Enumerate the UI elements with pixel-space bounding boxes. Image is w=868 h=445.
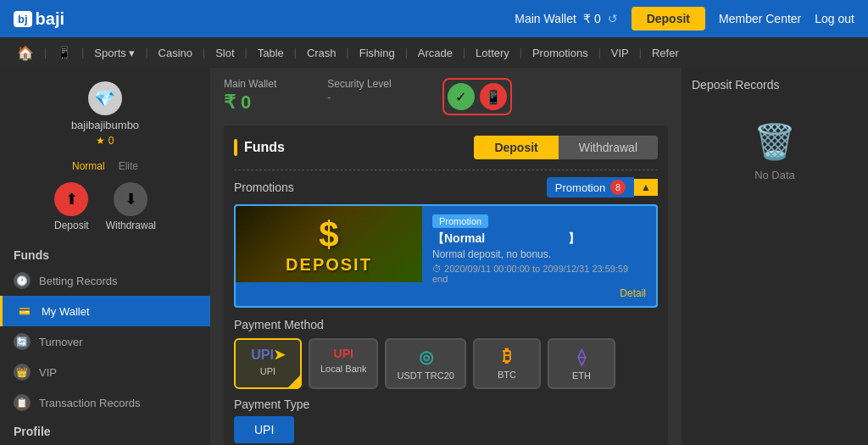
promo-content: Promotion 【Normal 】 Normal deposit, no b… [422,206,656,306]
refresh-icon[interactable]: ↺ [608,12,618,25]
member-center-link[interactable]: Member Center [719,12,801,25]
sidebar-item-betting-records[interactable]: 🕐 Betting Records [0,265,210,296]
local-bank-icon: UPI [334,347,353,360]
nav-vip[interactable]: VIP [601,37,639,68]
deposit-action-button[interactable]: ⬆ Deposit [54,182,89,231]
promotions-label: Promotions [234,181,294,194]
sidebar-item-turnover[interactable]: 🔄 Turnover [0,326,210,357]
payment-type-upi-button[interactable]: UPI [234,416,294,443]
payment-method-upi[interactable]: UPI➤ UPI [234,338,302,389]
betting-records-label: Betting Records [39,275,118,287]
nav-lottery[interactable]: Lottery [465,37,520,68]
funds-section: Funds Deposit Withdrawal Promotions Prom… [224,125,668,445]
upi-logo-icon: UPI➤ [251,347,285,363]
main-wallet-area: Main Wallet ₹ 0 ↺ [515,12,617,25]
nav-promotions[interactable]: Promotions [522,37,598,68]
divider [234,170,658,170]
payment-method-local-bank[interactable]: UPI Local Bank [309,338,378,389]
deposit-circle-icon: ⬆ [54,182,88,216]
nav-arcade[interactable]: Arcade [408,37,463,68]
promo-detail-link[interactable]: Detail [432,287,646,299]
withdrawal-circle-icon: ⬇ [114,182,147,216]
withdrawal-tab[interactable]: Withdrawal [559,136,658,159]
sidebar-item-vip[interactable]: 👑 VIP [0,357,210,387]
promotion-badge-label: Promotion [555,181,605,194]
sidebar-item-personal-info[interactable]: 👤 Personal Info [0,442,210,445]
wallet-header: Main Wallet ₹ 0 Security Level - ✓ 📱 [224,78,668,115]
user-stars: ★ 0 [96,135,114,147]
nav-crash[interactable]: Crash [297,37,347,68]
wallet-value: 0 [594,12,601,25]
level-elite[interactable]: Elite [119,160,138,172]
nav-refer[interactable]: Refer [642,37,689,68]
promotion-badge-area: Promotion 8 ▲ [547,177,658,197]
main-wallet-value: ₹ 0 [224,92,276,114]
funds-title-bar [234,139,237,156]
security-level-value: - [327,92,391,103]
promo-desc: Normal deposit, no bonus. [432,248,646,260]
avatar-area: 💎 bajibajibumbo ★ 0 [71,81,139,147]
btc-icon: ₿ [503,347,511,366]
payment-method-eth[interactable]: ⟠ ETH [548,338,615,389]
mobile-icon: 📱 [57,46,71,59]
main-area: Main Wallet ₹ 0 Security Level - ✓ 📱 Fun… [210,68,682,445]
main-content: 💎 bajibajibumbo ★ 0 Normal Elite ⬆ Depos… [0,68,868,445]
sidebar-item-my-wallet[interactable]: 💳 My Wallet [0,296,210,326]
promotions-area: Promotions Promotion 8 ▲ $ DEPOSIT [234,177,658,308]
transaction-records-icon: 📋 [14,394,31,411]
nav-fishing[interactable]: Fishing [349,37,405,68]
nav-sports[interactable]: Sports ▾ [84,37,145,68]
payment-type-label: Payment Type [234,398,658,411]
logo: bj baji [14,9,64,29]
logout-button[interactable]: Log out [815,12,854,25]
nav-table[interactable]: Table [248,37,294,68]
funds-header: Funds Deposit Withdrawal [234,136,658,159]
promo-title: 【Normal 】 [432,231,646,247]
wallet-info: Main Wallet ₹ 0 [224,78,276,114]
eth-label: ETH [572,370,591,381]
promo-date: ⏱ 2020/09/11 00:00:00 to 2099/12/31 23:5… [432,264,646,284]
promotion-badge: Promotion 8 [547,177,634,197]
nav-casino[interactable]: Casino [148,37,203,68]
betting-records-icon: 🕐 [14,272,31,289]
payment-method-label: Payment Method [234,318,658,331]
logo-text: baji [36,9,64,29]
payment-method-btc[interactable]: ₿ BTC [473,338,541,389]
promo-tag: Promotion [432,214,488,228]
green-icon-button[interactable]: ✓ [448,83,475,110]
payment-methods: UPI➤ UPI UPI Local Bank ◎ USDT TRC20 ₿ [234,338,658,389]
withdrawal-action-button[interactable]: ⬇ Withdrawal [106,182,156,231]
no-data-area: 🗑️ No Data [692,105,858,198]
level-normal[interactable]: Normal [72,160,105,172]
expand-arrow-icon[interactable]: ▲ [634,179,658,196]
profile-section-title: Profile [0,418,210,442]
deposit-tab[interactable]: Deposit [474,136,558,159]
logo-badge: bj [14,11,32,27]
secondary-nav: 🏠 | 📱 | Sports ▾ | Casino | Slot | Table… [0,37,868,68]
my-wallet-icon: 💳 [16,303,33,320]
promo-card[interactable]: $ DEPOSIT Promotion 【Normal 】 Normal dep… [234,204,658,308]
btc-label: BTC [498,370,516,380]
nav-slot[interactable]: Slot [205,37,244,68]
promotions-header: Promotions Promotion 8 ▲ [234,177,658,197]
eth-icon: ⟠ [577,347,586,367]
funds-title: Funds [244,140,474,155]
level-tabs: Normal Elite [72,160,138,172]
action-buttons: ⬆ Deposit ⬇ Withdrawal [54,182,156,231]
dollar-icon: $ [319,214,338,255]
vip-icon: 👑 [14,364,31,381]
sidebar-item-transaction-records[interactable]: 📋 Transaction Records [0,387,210,418]
turnover-label: Turnover [39,336,83,348]
promo-image: $ DEPOSIT [236,206,422,282]
top-deposit-button[interactable]: Deposit [632,7,705,31]
turnover-icon: 🔄 [14,333,31,350]
promotion-count: 8 [610,180,626,195]
nav-home[interactable]: 🏠 [7,37,44,68]
no-data-text: No Data [754,169,795,181]
upi-label: UPI [260,366,275,376]
red-icon-button[interactable]: 📱 [480,83,507,110]
top-nav: bj baji Main Wallet ₹ 0 ↺ Deposit Member… [0,0,868,37]
nav-mobile[interactable]: 📱 [47,37,81,68]
deposit-action-label: Deposit [54,220,89,231]
payment-method-usdt[interactable]: ◎ USDT TRC20 [385,338,465,389]
